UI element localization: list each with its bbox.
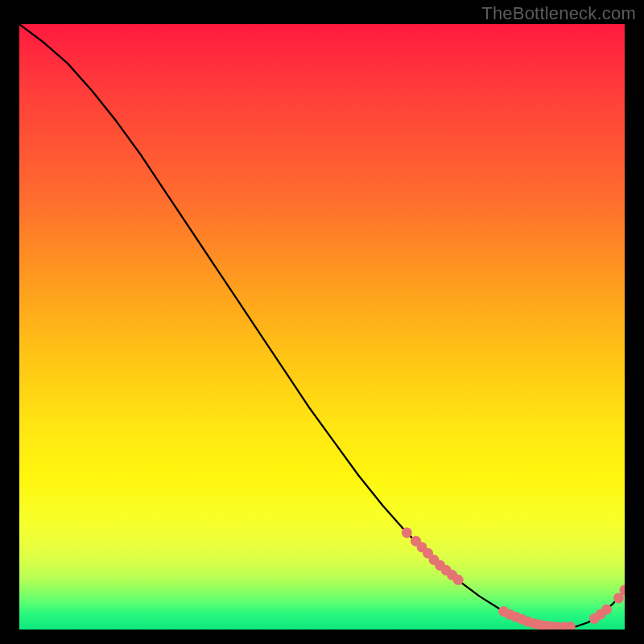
data-point [601, 605, 612, 615]
curve-layer [19, 24, 625, 630]
data-point [402, 527, 412, 538]
plot-area [19, 24, 625, 630]
chart-frame: TheBottleneck.com [0, 0, 644, 644]
watermark-text: TheBottleneck.com [481, 3, 636, 24]
bottleneck-curve [19, 24, 625, 627]
marker-layer [402, 527, 625, 630]
data-point [453, 575, 464, 585]
